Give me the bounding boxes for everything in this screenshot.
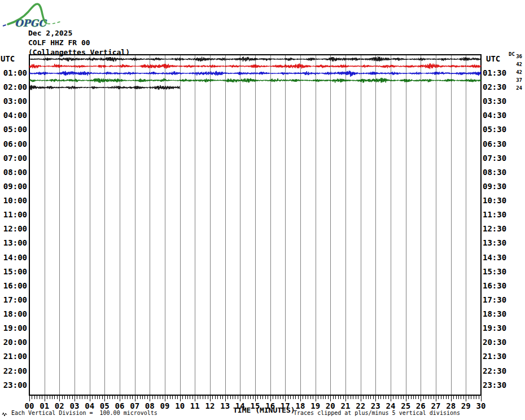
right-half-hour-label: 10:30 [483,196,517,204]
left-hour-label: 13:00 [0,238,27,246]
x-tick-label: 12 [203,401,217,410]
dc-value: 36 [505,54,522,59]
vertical-division-note: Each Vertical Division = 100.00 microvol… [11,410,158,416]
right-half-hour-label: 15:30 [483,267,517,275]
right-half-hour-label: 19:30 [483,323,517,331]
right-half-hour-label: 04:30 [483,111,517,119]
x-tick-label: 03 [67,401,82,410]
right-half-hour-label: 14:30 [483,253,517,261]
x-tick-label: 13 [218,401,233,410]
plot-area [0,0,525,420]
x-tick-label: 06 [112,401,127,410]
left-hour-label: 12:00 [0,224,27,232]
left-hour-label: 03:00 [0,97,27,104]
left-hour-label: 23:00 [0,380,27,388]
x-tick-label: 08 [142,401,157,410]
right-half-hour-label: 03:30 [483,97,517,104]
x-tick-label: 30 [474,401,488,410]
header-channel: (Collangettes Vertical) [28,48,130,56]
opgc-logo: OPGC [1,0,64,30]
right-half-hour-label: 11:30 [483,210,517,218]
x-tick-label: 00 [22,401,37,410]
x-tick-label: 04 [82,401,97,410]
x-tick-label: 07 [128,401,142,410]
right-half-hour-label: 06:30 [483,139,517,147]
right-half-hour-label: 08:30 [483,168,517,176]
x-tick-label: 29 [458,401,473,410]
left-hour-label: 07:00 [0,154,27,161]
right-half-hour-label: 16:30 [483,281,517,289]
seismogram-svg [0,0,525,420]
left-hour-label: 02:00 [0,82,27,90]
header-station: COLF HHZ FR 00 [28,38,90,47]
utc-left-title: UTC [1,54,15,63]
x-tick-label: 09 [158,401,172,410]
right-half-hour-label: 05:30 [483,125,517,133]
x-tick-label: 28 [444,401,458,410]
header-date: Dec 2,2025 [28,29,72,37]
x-tick-label: 02 [52,401,67,410]
x-tick-label: 24 [383,401,398,410]
left-hour-label: 14:00 [0,253,27,261]
right-half-hour-label: 01:30 [483,68,517,76]
left-hour-label: 05:00 [0,125,27,133]
left-hour-label: 19:00 [0,323,27,331]
logo-dash-right-icon [47,21,61,24]
right-half-hour-label: 23:30 [483,380,517,388]
left-hour-label: 08:00 [0,168,27,176]
right-half-hour-label: 07:30 [483,154,517,161]
right-half-hour-label: 17:30 [483,295,517,303]
x-tick-label: 11 [187,401,202,410]
right-half-hour-label: 02:30 [483,82,517,90]
x-tick-label: 27 [428,401,443,410]
microvolt-squiggle-icon [2,413,7,416]
dc-value: 42 [505,62,522,67]
right-half-hour-label: 20:30 [483,338,517,345]
left-hour-label: 20:00 [0,338,27,345]
logo-text: OPGC [15,18,47,29]
left-hour-label: 09:00 [0,182,27,190]
left-hour-label: 18:00 [0,309,27,317]
x-tick-label: 22 [353,401,368,410]
x-tick-label: 10 [173,401,187,410]
x-tick-label: 01 [37,401,52,410]
x-tick-label: 26 [413,401,428,410]
x-tick-label: 05 [97,401,112,410]
left-hour-label: 01:00 [0,68,27,76]
left-hour-label: 15:00 [0,267,27,275]
left-hour-label: 16:00 [0,281,27,289]
right-half-hour-label: 22:30 [483,366,517,374]
left-hour-label: 06:00 [0,139,27,147]
x-tick-label: 25 [399,401,413,410]
right-half-hour-label: 09:30 [483,182,517,190]
x-tick-label: 20 [323,401,338,410]
left-hour-label: 21:00 [0,352,27,360]
utc-right-title: UTC [486,54,500,63]
x-tick-label: 18 [293,401,308,410]
left-hour-label: 11:00 [0,210,27,218]
x-axis-title: TIME (MINUTES) [233,406,295,414]
left-hour-label: 22:00 [0,366,27,374]
right-half-hour-label: 21:30 [483,352,517,360]
left-hour-label: 04:00 [0,111,27,119]
helicorder-screen: OPGC Dec 2,2025 COLF HHZ FR 00 (Collange… [0,0,525,420]
left-hour-label: 17:00 [0,295,27,303]
x-tick-label: 23 [368,401,383,410]
left-hour-label: 10:00 [0,196,27,204]
x-tick-label: 21 [338,401,353,410]
right-half-hour-label: 12:30 [483,224,517,232]
clipping-note: Traces clipped at plus/minus 5 vertical … [294,410,460,416]
x-tick-label: 19 [308,401,323,410]
right-half-hour-label: 13:30 [483,238,517,246]
right-half-hour-label: 18:30 [483,309,517,317]
